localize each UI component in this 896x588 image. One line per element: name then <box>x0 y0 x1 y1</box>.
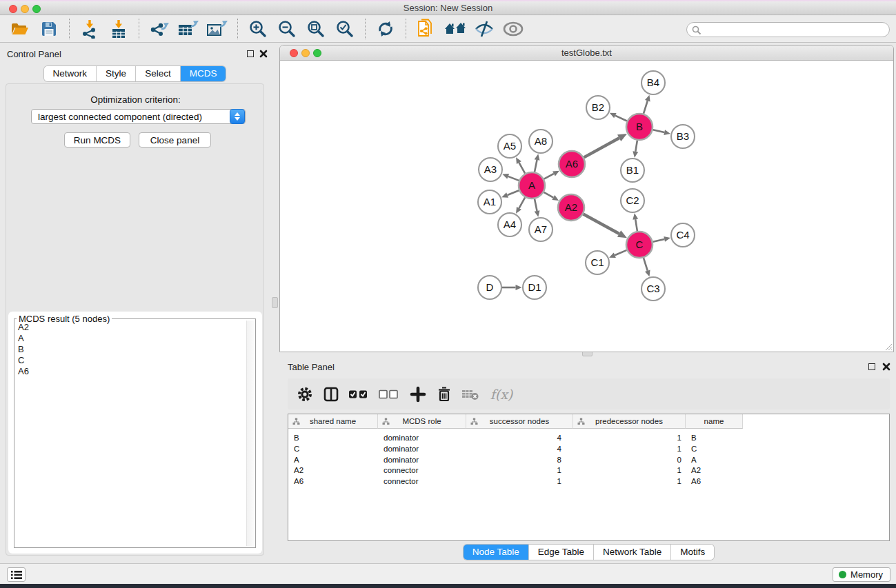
zoom-in-icon[interactable] <box>246 18 270 40</box>
graph-node-A6[interactable]: A6 <box>559 151 585 177</box>
resize-grip-icon[interactable] <box>883 341 893 351</box>
tab-edge-table[interactable]: Edge Table <box>529 545 594 560</box>
graph-edge-A-A4[interactable] <box>519 197 525 208</box>
result-list-item[interactable]: A <box>16 333 246 344</box>
table-cell[interactable]: connector <box>378 465 466 476</box>
graph-node-A8[interactable]: A8 <box>529 130 552 153</box>
zoom-out-icon[interactable] <box>275 18 299 40</box>
memory-button[interactable]: Memory <box>833 567 890 582</box>
open-folder-icon[interactable] <box>8 18 32 40</box>
zoom-fit-icon[interactable] <box>304 18 328 40</box>
table-cell[interactable]: C <box>288 443 378 454</box>
graph-node-A2[interactable]: A2 <box>558 194 584 221</box>
run-mcds-button[interactable]: Run MCDS <box>64 132 130 148</box>
table-cell[interactable]: 1 <box>573 465 686 476</box>
graph-edge-A-A2[interactable] <box>544 192 553 198</box>
graph-edge-A2-C[interactable] <box>584 214 619 234</box>
graph-edge-C-C2[interactable] <box>635 219 637 231</box>
graph-node-A7[interactable]: A7 <box>529 218 552 241</box>
table-cell[interactable]: 4 <box>466 432 573 443</box>
tab-select[interactable]: Select <box>136 66 181 81</box>
table-cell[interactable]: 8 <box>466 454 573 465</box>
tab-mcds[interactable]: MCDS <box>181 66 226 81</box>
graph-node-D[interactable]: D <box>478 276 501 299</box>
document-network-icon[interactable] <box>415 18 438 40</box>
tab-network[interactable]: Network <box>44 66 97 81</box>
column-header-name[interactable]: name <box>686 414 743 429</box>
table-cell[interactable]: 1 <box>573 443 686 454</box>
result-list-item[interactable]: A6 <box>16 366 246 377</box>
column-header-successor-nodes[interactable]: successor nodes <box>466 414 573 429</box>
result-list-item[interactable]: A2 <box>16 322 246 333</box>
graph-edge-A-A1[interactable] <box>508 190 519 195</box>
table-cell[interactable]: 1 <box>573 432 686 443</box>
table-cell[interactable]: A6 <box>686 476 743 487</box>
float-panel-icon[interactable] <box>247 50 254 57</box>
mcds-result-list[interactable]: A2ABCA6 <box>16 322 246 546</box>
graph-edge-C-C3[interactable] <box>644 258 648 271</box>
search-input[interactable] <box>705 23 884 36</box>
graph-node-D1[interactable]: D1 <box>523 276 546 299</box>
graph-node-A1[interactable]: A1 <box>478 190 501 214</box>
table-cell[interactable]: dominator <box>378 443 466 454</box>
add-column-icon[interactable] <box>406 383 430 405</box>
export-image-icon[interactable] <box>206 18 229 40</box>
table-cell[interactable]: A2 <box>288 465 378 476</box>
delete-table-icon[interactable] <box>459 383 482 405</box>
graph-edge-B-B4[interactable] <box>644 101 648 114</box>
settings-gear-icon[interactable] <box>293 383 317 405</box>
graph-node-B[interactable]: B <box>626 114 653 140</box>
graph-node-C1[interactable]: C1 <box>586 251 609 274</box>
table-cell[interactable]: 4 <box>466 443 573 454</box>
close-panel-icon[interactable] <box>259 50 268 58</box>
graph-edge-C-C4[interactable] <box>653 239 665 242</box>
table-cell[interactable]: 1 <box>573 476 686 487</box>
table-cell[interactable]: 1 <box>466 476 573 487</box>
vertical-split-handle[interactable] <box>272 297 278 308</box>
select-all-icon[interactable] <box>346 383 373 405</box>
graph-edge-A-A8[interactable] <box>535 160 537 172</box>
task-history-button[interactable] <box>7 567 26 582</box>
graph-edge-A-A5[interactable] <box>519 163 525 174</box>
scrollbar-track[interactable] <box>246 321 255 546</box>
result-list-item[interactable]: B <box>16 344 246 355</box>
graph-node-A4[interactable]: A4 <box>498 213 521 236</box>
table-cell[interactable]: A6 <box>288 476 378 487</box>
table-cell[interactable]: dominator <box>378 432 466 443</box>
export-table-icon[interactable] <box>177 18 200 40</box>
graph-node-C2[interactable]: C2 <box>621 189 644 212</box>
graph-edge-A-A3[interactable] <box>508 176 519 181</box>
graph-node-C[interactable]: C <box>626 232 653 258</box>
deselect-all-icon[interactable] <box>376 383 404 405</box>
export-network-icon[interactable] <box>148 18 171 40</box>
hide-graphics-icon[interactable] <box>472 18 496 40</box>
function-builder-icon[interactable]: f(x) <box>485 383 518 405</box>
graph-edge-B-B1[interactable] <box>635 141 637 152</box>
graph-node-B2[interactable]: B2 <box>586 96 610 119</box>
table-cell[interactable]: B <box>686 432 743 443</box>
tab-network-table[interactable]: Network Table <box>594 545 671 560</box>
graph-node-A3[interactable]: A3 <box>479 158 502 181</box>
graph-edge-B-B3[interactable] <box>653 130 665 132</box>
column-header-shared-name[interactable]: shared name <box>288 414 378 429</box>
table-cell[interactable]: 1 <box>466 465 573 476</box>
table-cell[interactable]: A <box>288 454 378 465</box>
table-cell[interactable]: A <box>686 454 743 465</box>
table-cell[interactable]: C <box>686 443 743 454</box>
graph-node-C3[interactable]: C3 <box>641 277 665 301</box>
import-network-icon[interactable] <box>78 18 101 40</box>
graph-edge-C-C1[interactable] <box>615 250 626 255</box>
graph-edge-B-B2[interactable] <box>615 116 627 121</box>
graph-node-A5[interactable]: A5 <box>498 134 521 158</box>
table-cell[interactable]: 0 <box>573 454 686 465</box>
result-list-item[interactable]: C <box>16 355 246 366</box>
home-icon[interactable] <box>444 18 467 40</box>
refresh-icon[interactable] <box>374 18 397 40</box>
graph-node-B3[interactable]: B3 <box>671 125 695 148</box>
save-icon[interactable] <box>37 18 61 40</box>
tab-style[interactable]: Style <box>97 66 136 81</box>
delete-column-icon[interactable] <box>432 383 456 405</box>
network-canvas[interactable]: B4B2BB3A5A8A6B1A3AC2A1A2A4A7C4CC1C3DD1 <box>280 61 893 352</box>
close-panel-button[interactable]: Close panel <box>139 132 211 148</box>
tab-motifs[interactable]: Motifs <box>671 545 714 560</box>
